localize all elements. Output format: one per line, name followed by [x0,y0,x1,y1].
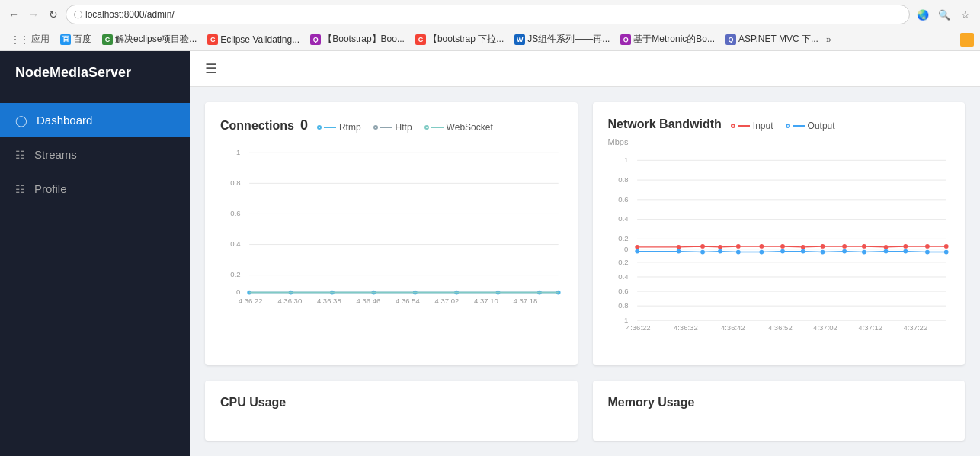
dashboard-icon: ◯ [15,114,27,127]
svg-text:0.6: 0.6 [618,195,628,204]
svg-text:0: 0 [623,245,627,253]
bookmark-aspnet[interactable]: QASP.NET MVC 下... [721,31,823,47]
bookmark-eclipse2[interactable]: CEclipse Validating... [203,33,304,47]
more-bookmarks-button[interactable]: » [826,34,831,45]
svg-text:4:36:22: 4:36:22 [626,323,650,332]
input-dot [820,244,825,249]
output-dot [883,249,888,254]
connections-chart: 1 0.8 0.6 0.4 0.2 0 [220,142,562,311]
output-dot [718,249,722,254]
rtmp-legend-line [324,127,336,128]
browser-nav: ← → ↻ ⓘ localhost:8000/admin/ 🌏 🔍 ☆ [0,0,980,29]
translate-button[interactable]: 🌏 [914,6,931,23]
main-area: ☰ Connections 0 Rtmp [190,51,980,456]
content-area: Connections 0 Rtmp [190,87,980,456]
memory-card: Memory Usage [593,381,966,441]
svg-text:4:36:54: 4:36:54 [396,297,420,305]
baidu-icon: 百 [60,34,71,45]
bootstrap2-icon: C [415,34,426,45]
sidebar-item-label-profile: Profile [34,182,67,195]
sidebar-nav: ◯ Dashboard ☷ Streams ☷ Profile [0,95,190,214]
sidebar-item-profile[interactable]: ☷ Profile [0,172,190,206]
bandwidth-title: Network Bandwidth [608,117,722,131]
bandwidth-svg: 1 0.8 0.6 0.4 0.2 0 0.2 0.4 0.6 0.8 1 [608,149,950,332]
memory-title: Memory Usage [608,396,695,409]
svg-text:4:37:02: 4:37:02 [813,323,837,332]
bandwidth-chart: 1 0.8 0.6 0.4 0.2 0 0.2 0.4 0.6 0.8 1 [608,149,950,334]
bookmark-star-button[interactable]: ☆ [957,6,974,23]
input-dot [862,244,866,249]
lock-icon: ⓘ [74,9,82,21]
bookmark-baidu[interactable]: 百百度 [56,31,96,47]
output-dot [820,250,825,255]
svg-text:4:36:22: 4:36:22 [239,297,263,305]
bookmark-js[interactable]: WJS组件系列——再... [510,31,614,47]
bookmark-metronic[interactable]: Q基于Metronic的Bo... [616,31,719,47]
svg-text:0.8: 0.8 [230,178,240,187]
input-dot [943,244,948,249]
back-button[interactable]: ← [6,7,21,22]
sidebar-item-label-dashboard: Dashboard [37,114,92,127]
http-legend-dot [373,125,378,130]
url-text: localhost:8000/admin/ [85,9,175,20]
output-dot [676,249,681,254]
apps-bookmark[interactable]: ⋮⋮ 应用 [6,31,54,47]
svg-text:4:37:18: 4:37:18 [514,297,538,305]
zoom-button[interactable]: 🔍 [936,6,953,23]
svg-text:4:37:12: 4:37:12 [858,323,882,332]
output-dot [735,250,740,255]
sidebar-item-dashboard[interactable]: ◯ Dashboard [0,103,190,137]
svg-text:0.4: 0.4 [618,272,629,281]
svg-text:4:37:02: 4:37:02 [435,297,460,305]
svg-text:4:36:38: 4:36:38 [317,297,341,305]
svg-text:4:36:30: 4:36:30 [277,297,302,305]
svg-text:0.4: 0.4 [230,239,241,248]
extension-icon [960,33,974,47]
refresh-button[interactable]: ↻ [46,7,61,22]
svg-text:0: 0 [236,287,240,296]
bookmark-eclipse1[interactable]: C解决eclipse项目验... [98,31,201,47]
svg-text:0.2: 0.2 [230,270,240,278]
input-dot [735,244,740,249]
eclipse2-icon: C [207,34,218,45]
address-bar[interactable]: ⓘ localhost:8000/admin/ [66,5,910,24]
bookmark-bootstrap2[interactable]: C【bootstrap 下拉... [411,31,508,47]
input-dot [718,245,722,249]
output-legend-dot [786,124,790,128]
output-dot [862,250,866,255]
cpu-title: CPU Usage [220,396,286,409]
http-legend-label: Http [396,122,412,133]
connections-svg: 1 0.8 0.6 0.4 0.2 0 [220,142,562,309]
legend-ws: WebSocket [424,122,493,133]
svg-text:4:37:22: 4:37:22 [903,323,927,332]
bookmark-bootstrap1[interactable]: Q【Bootstrap】Boo... [306,31,409,47]
hamburger-button[interactable]: ☰ [205,60,217,77]
http-legend-line [380,127,392,128]
input-legend-dot [731,124,735,128]
ws-legend-label: WebSocket [447,122,493,133]
output-dot [842,249,847,254]
forward-button[interactable]: → [26,7,41,22]
svg-text:0.8: 0.8 [618,301,628,310]
legend-rtmp: Rtmp [317,122,361,133]
svg-text:1: 1 [236,148,240,156]
svg-text:4:36:46: 4:36:46 [356,297,380,305]
svg-text:0.6: 0.6 [618,287,628,295]
topbar: ☰ [190,51,980,87]
svg-text:0.4: 0.4 [618,214,629,223]
connections-title: Connections [220,119,294,133]
output-dot [780,249,785,254]
input-legend-label: Input [753,120,773,131]
sidebar-item-streams[interactable]: ☷ Streams [0,137,190,172]
input-dot [635,245,639,249]
svg-text:4:36:52: 4:36:52 [767,323,792,332]
output-legend-label: Output [808,120,835,131]
bookmarks-bar: ⋮⋮ 应用 百百度 C解决eclipse项目验... CEclipse Vali… [0,29,980,50]
svg-text:0.2: 0.2 [618,234,628,242]
js-icon: W [514,34,525,45]
svg-text:4:36:42: 4:36:42 [720,323,745,332]
output-dot [759,250,764,255]
input-dot [842,244,847,249]
output-dot [700,250,705,255]
input-dot [780,244,785,249]
